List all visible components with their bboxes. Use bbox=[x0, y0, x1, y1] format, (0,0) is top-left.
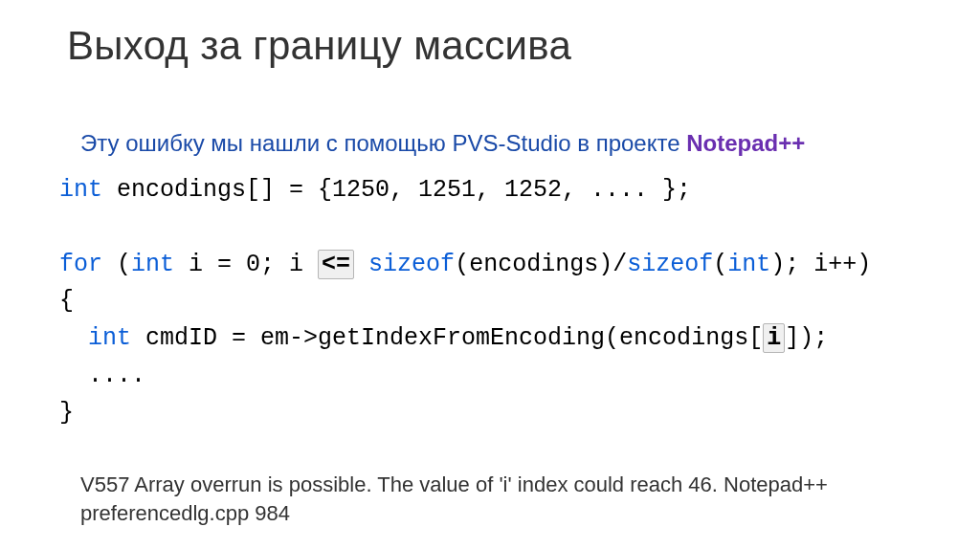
code-text: ( bbox=[713, 251, 727, 278]
code-text: i = 0; i bbox=[174, 251, 318, 278]
code-text: encodings[] = {1250, 1251, 1252, .... }; bbox=[102, 176, 691, 204]
kw-int: int bbox=[59, 176, 102, 204]
slide-subtitle: Эту ошибку мы нашли с помощью PVS-Studio… bbox=[80, 130, 805, 157]
code-text: ); i++) bbox=[770, 251, 871, 278]
kw-int: int bbox=[88, 324, 131, 352]
highlight-operator: <= bbox=[318, 250, 354, 279]
diagnostic-message: V557 Array overrun is possible. The valu… bbox=[80, 471, 913, 527]
highlight-var-i: i bbox=[763, 323, 785, 353]
code-text: ]); bbox=[785, 324, 828, 352]
slide: Выход за границу массива Эту ошибку мы н… bbox=[0, 0, 980, 549]
subtitle-text: Эту ошибку мы нашли с помощью PVS-Studio… bbox=[80, 130, 686, 156]
code-text: ( bbox=[102, 251, 131, 278]
code-text: { bbox=[59, 287, 74, 315]
kw-sizeof: sizeof bbox=[368, 251, 455, 278]
kw-sizeof: sizeof bbox=[627, 251, 713, 278]
kw-for: for bbox=[59, 251, 102, 278]
code-text: } bbox=[59, 399, 74, 427]
kw-int: int bbox=[727, 251, 770, 278]
code-text: (encodings)/ bbox=[455, 251, 627, 278]
slide-title: Выход за границу массива bbox=[67, 23, 571, 69]
code-text bbox=[59, 324, 88, 352]
code-text bbox=[354, 251, 368, 278]
project-name: Notepad++ bbox=[686, 130, 805, 156]
code-text: cmdID = em->getIndexFromEncoding(encodin… bbox=[131, 324, 763, 352]
kw-int: int bbox=[131, 251, 174, 278]
code-block: int encodings[] = {1250, 1251, 1252, ...… bbox=[59, 172, 871, 431]
code-text: .... bbox=[59, 362, 145, 389]
